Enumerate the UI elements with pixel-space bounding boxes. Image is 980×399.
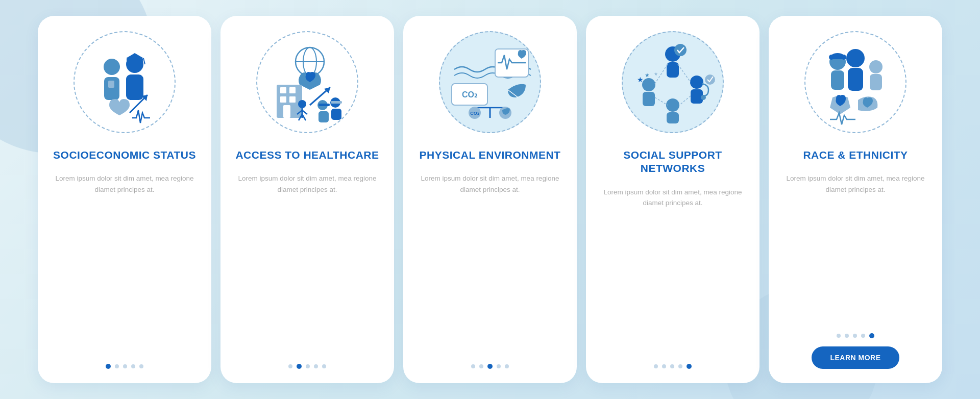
dot: [123, 364, 127, 368]
svg-text:CO₂: CO₂: [462, 90, 478, 99]
card-environment: CO₂ CO₂ PHYSICAL ENVIRONMENT Lorem ipsum…: [403, 16, 577, 383]
svg-rect-51: [691, 89, 703, 104]
svg-text:★: ★: [645, 72, 650, 78]
dot: [678, 364, 682, 368]
card-race-title: RACE & ETHNICITY: [803, 148, 908, 162]
card-environment-desc: Lorem ipsum dolor sit dim amet, mea regi…: [418, 173, 562, 195]
svg-rect-2: [108, 81, 114, 88]
dot: [131, 364, 135, 368]
dot: [869, 333, 874, 338]
card-social-title: SOCIAL SUPPORT NETWORKS: [600, 148, 745, 176]
svg-point-44: [674, 44, 687, 56]
svg-point-61: [829, 55, 834, 60]
dot: [288, 364, 292, 368]
svg-rect-18: [283, 105, 290, 118]
svg-line-7: [143, 58, 145, 64]
svg-rect-23: [318, 104, 330, 106]
svg-rect-4: [126, 74, 143, 100]
dot: [687, 364, 692, 369]
card-environment-title: PHYSICAL ENVIRONMENT: [420, 148, 561, 162]
svg-rect-22: [318, 111, 329, 122]
dot: [106, 364, 111, 369]
dot: [654, 364, 658, 368]
svg-point-62: [841, 55, 846, 60]
svg-line-58: [655, 97, 668, 105]
dot: [505, 364, 509, 368]
card-social: ★ ★ ★ SOCIAL SU: [586, 16, 760, 383]
dots-socioeconomic: [106, 354, 143, 369]
illustration-environment: CO₂ CO₂: [439, 31, 541, 133]
dot: [115, 364, 119, 368]
dot: [662, 364, 666, 368]
dot: [497, 364, 501, 368]
dots-healthcare: [288, 354, 326, 369]
card-socioeconomic: SOCIOECONOMIC STATUS Lorem ipsum dolor s…: [38, 16, 211, 383]
dot: [670, 364, 674, 368]
illustration-social: ★ ★ ★: [622, 31, 724, 133]
illustration-race: [804, 31, 906, 133]
dot: [314, 364, 318, 368]
svg-point-45: [642, 78, 655, 91]
dot: [322, 364, 326, 368]
learn-more-button[interactable]: LEARN MORE: [812, 346, 899, 369]
dot: [845, 334, 849, 338]
cards-container: SOCIOECONOMIC STATUS Lorem ipsum dolor s…: [28, 6, 952, 393]
svg-point-27: [298, 100, 306, 108]
race-icon: [812, 39, 899, 126]
dot: [306, 364, 310, 368]
socioeconomic-icon: [81, 39, 168, 126]
svg-point-52: [701, 95, 706, 100]
svg-point-0: [104, 59, 120, 75]
svg-point-64: [846, 49, 865, 67]
svg-rect-46: [643, 92, 655, 106]
svg-point-53: [705, 74, 715, 85]
dot: [837, 334, 841, 338]
svg-rect-63: [831, 70, 844, 90]
svg-text:CO₂: CO₂: [470, 111, 479, 116]
environment-icon: CO₂ CO₂: [447, 39, 533, 126]
dots-environment: [471, 354, 509, 369]
svg-point-66: [869, 60, 883, 73]
svg-rect-16: [280, 96, 286, 103]
card-socioeconomic-title: SOCIOECONOMIC STATUS: [53, 148, 196, 162]
svg-rect-14: [280, 87, 286, 93]
svg-line-59: [679, 96, 691, 105]
card-race: RACE & ETHNICITY Lorem ipsum dolor sit d…: [769, 16, 942, 383]
svg-point-54: [666, 98, 679, 112]
dots-race: [837, 323, 874, 338]
card-healthcare-title: ACCESS TO HEALTHCARE: [235, 148, 379, 162]
dot: [487, 364, 493, 369]
card-socioeconomic-desc: Lorem ipsum dolor sit dim amet, mea regi…: [52, 173, 197, 195]
dot: [297, 364, 302, 369]
dot: [471, 364, 475, 368]
illustration-healthcare: [256, 31, 358, 133]
svg-rect-1: [104, 77, 119, 100]
svg-text:★: ★: [654, 71, 658, 77]
dots-social: [654, 354, 692, 369]
card-social-desc: Lorem ipsum dolor sit dim amet, mea regi…: [600, 187, 745, 209]
illustration-socioeconomic: [74, 31, 176, 133]
dot: [861, 334, 865, 338]
svg-rect-17: [289, 96, 296, 103]
dot: [853, 334, 857, 338]
svg-text:★: ★: [637, 76, 644, 84]
svg-rect-26: [331, 101, 342, 104]
svg-point-50: [690, 76, 703, 89]
svg-rect-15: [289, 87, 296, 93]
card-healthcare: ACCESS TO HEALTHCARE Lorem ipsum dolor s…: [220, 16, 394, 383]
card-race-desc: Lorem ipsum dolor sit dim amet, mea regi…: [783, 173, 928, 195]
svg-line-57: [678, 64, 691, 82]
svg-rect-67: [870, 74, 882, 90]
dot: [479, 364, 483, 368]
card-healthcare-desc: Lorem ipsum dolor sit dim amet, mea regi…: [235, 173, 380, 195]
social-icon: ★ ★ ★: [629, 39, 716, 126]
svg-rect-65: [848, 68, 863, 91]
dot: [139, 364, 143, 368]
svg-rect-25: [331, 109, 341, 120]
healthcare-icon: [264, 39, 351, 126]
svg-rect-55: [667, 112, 679, 123]
svg-rect-43: [667, 62, 679, 78]
